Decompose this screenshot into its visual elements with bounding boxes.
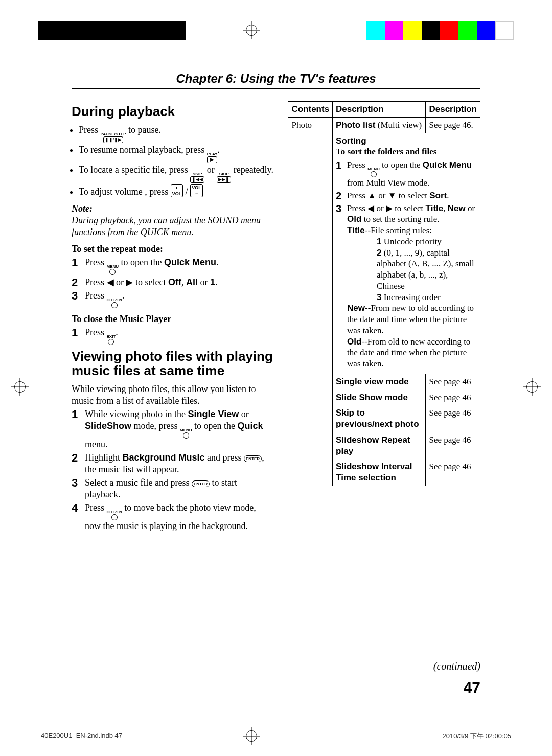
- left-column: During playback Press PAUSE/STEP ❚❚/❚▶ t…: [72, 101, 273, 698]
- repeat-step-2: Press ◀ or ▶ to select Off, All or 1.: [72, 277, 273, 288]
- chapter-header: Chapter 6: Using the TV's features: [72, 72, 480, 89]
- color-bar-left: [38, 21, 186, 40]
- registration-cross-left: [11, 378, 29, 396]
- page-number: 47: [288, 678, 480, 697]
- skip-prev-key-icon: SKIP ❚◀◀: [190, 172, 204, 183]
- cell-sorting-body: Sorting To sort the folders and files Pr…: [333, 133, 480, 374]
- cell-interval: Slideshow Interval Time selection: [333, 459, 426, 486]
- cell-skip-photo: Skip to previous/next photo: [333, 405, 426, 432]
- close-step-1: Press EXIT .: [72, 327, 273, 345]
- viewing-step-2: Highlight Background Music and press ENT…: [72, 452, 273, 475]
- cell-slide-show: Slide Show mode: [333, 390, 426, 405]
- repeat-step-3: Press CH RTN .: [72, 290, 273, 308]
- th-description-2: Description: [426, 102, 480, 118]
- menu-key-icon: MENU: [107, 265, 119, 275]
- exit-key-icon: EXIT: [107, 335, 116, 345]
- enter-key-icon: ENTER: [192, 480, 210, 487]
- sorting-subheading: To sort the folders and files: [336, 146, 477, 157]
- during-playback-heading: During playback: [72, 104, 273, 119]
- cell-photo-list: Photo list (Multi view): [333, 117, 426, 133]
- bullet-pause: Press PAUSE/STEP ❚❚/❚▶ to pause.: [79, 124, 273, 143]
- viewing-intro: While viewing photo files, this allow yo…: [72, 383, 273, 407]
- th-description-1: Description: [333, 102, 426, 118]
- close-player-steps: Press EXIT .: [72, 327, 273, 345]
- viewing-step-3: Select a music file and press ENTER to s…: [72, 477, 273, 500]
- menu-key-icon: MENU: [367, 167, 380, 177]
- description-table: Contents Description Description Photo P…: [288, 101, 480, 486]
- sorting-step-2: Press ▲ or ▼ to select Sort.: [336, 190, 477, 201]
- chrtn-key-icon: CH RTN: [107, 298, 122, 308]
- vol-up-key-icon: ＋VOL: [171, 184, 183, 197]
- viewing-step-1: While viewing photo in the Single View o…: [72, 408, 273, 450]
- page-body: Chapter 6: Using the TV's features Durin…: [72, 72, 480, 698]
- sorting-steps: Press MENU to open the Quick Menu from M…: [336, 159, 477, 370]
- cell-photo-list-page: See page 46.: [426, 117, 480, 133]
- playback-bullets: Press PAUSE/STEP ❚❚/❚▶ to pause. To resu…: [72, 124, 273, 198]
- note-body: During playback, you can adjust the SOUN…: [72, 215, 273, 238]
- continued-label: (continued): [288, 660, 480, 673]
- sorting-step-1: Press MENU to open the Quick Menu from M…: [336, 159, 477, 189]
- right-column: Contents Description Description Photo P…: [288, 101, 480, 698]
- vol-down-key-icon: VOL−: [190, 184, 203, 197]
- repeat-mode-steps: Press MENU to open the Quick Menu. Press…: [72, 257, 273, 308]
- cell-skip-photo-page: See page 46: [426, 405, 480, 432]
- sorting-heading: Sorting: [336, 135, 477, 147]
- cell-single-view-page: See page 46: [426, 374, 480, 390]
- registration-cross-top: [243, 21, 260, 39]
- footer-timestamp: 2010/3/9 下午 02:00:05: [443, 731, 511, 741]
- bullet-resume: To resume normal playback, press PLAY ▶ …: [79, 144, 273, 163]
- bullet-locate: To locate a specific file, press SKIP ❚◀…: [79, 164, 273, 183]
- cell-single-view: Single view mode: [333, 374, 426, 390]
- print-footer: 40E200U1_EN-2nd.indb 47 2010/3/9 下午 02:0…: [41, 731, 511, 741]
- enter-key-icon: ENTER: [244, 455, 262, 462]
- th-contents: Contents: [288, 102, 333, 118]
- cell-interval-page: See page 46: [426, 459, 480, 486]
- cell-repeat-play-page: See page 46: [426, 432, 480, 459]
- repeat-step-1: Press MENU to open the Quick Menu.: [72, 257, 273, 275]
- cell-repeat-play: Slideshow Repeat play: [333, 432, 426, 459]
- registration-cross-right: [523, 378, 541, 396]
- play-key-icon: PLAY ▶: [207, 152, 218, 163]
- viewing-photo-music-heading: Viewing photo files with playing music f…: [72, 349, 273, 378]
- sorting-step-3: Press ◀ or ▶ to select Title, New or Old…: [336, 203, 477, 370]
- bullet-volume: To adjust volume , press ＋VOL / VOL−: [79, 184, 273, 198]
- cell-slide-show-page: See page 46: [426, 390, 480, 405]
- pause-step-key-icon: PAUSE/STEP ❚❚/❚▶: [101, 132, 126, 143]
- menu-key-icon: MENU: [180, 428, 192, 439]
- viewing-steps: While viewing photo in the Single View o…: [72, 408, 273, 532]
- note-label: Note:: [72, 203, 273, 215]
- viewing-step-4: Press CH RTN to move back the photo view…: [72, 502, 273, 532]
- registration-marks: [0, 10, 552, 31]
- cell-contents-photo: Photo: [288, 117, 333, 486]
- repeat-mode-heading: To set the repeat mode:: [72, 243, 273, 255]
- footer-filename: 40E200U1_EN-2nd.indb 47: [41, 731, 122, 741]
- color-bar-right: [366, 21, 514, 40]
- chrtn-key-icon: CH RTN: [107, 510, 122, 520]
- skip-next-key-icon: SKIP ▶▶❚: [217, 172, 231, 183]
- close-player-heading: To close the Music Player: [72, 313, 273, 325]
